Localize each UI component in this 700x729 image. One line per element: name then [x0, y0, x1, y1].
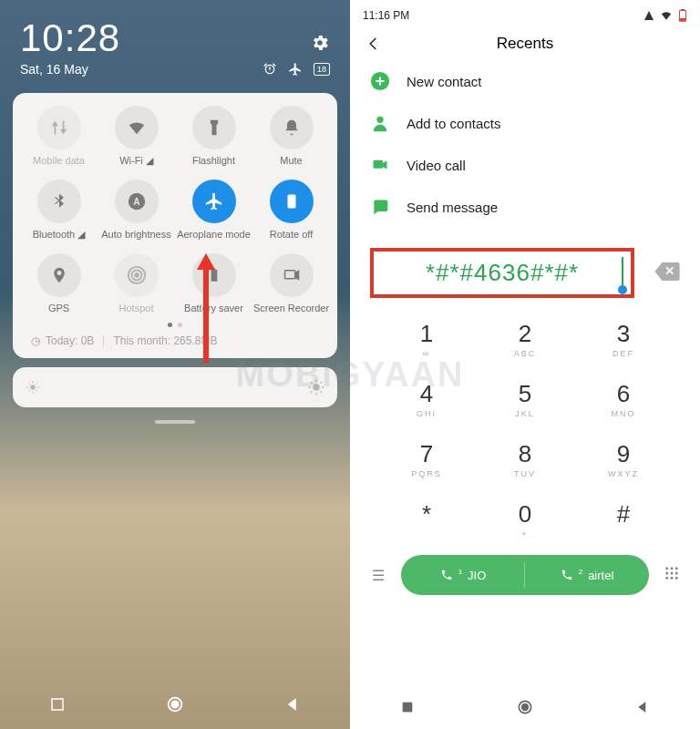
key-letters: GHI [377, 409, 476, 418]
recents-button[interactable] [400, 700, 415, 714]
sim2-index: 2 [579, 568, 582, 576]
menu-item-label: Video call [407, 158, 466, 173]
key-7[interactable]: 7PQRS [377, 433, 476, 486]
key-number: # [574, 500, 673, 529]
svg-point-3 [135, 273, 139, 277]
qs-tile-label: Mute [280, 155, 302, 166]
clock-date: Sat, 16 May [20, 62, 88, 77]
new-contact-icon [370, 71, 390, 91]
rotate-off-icon [270, 180, 314, 223]
qs-tile-bluetooth[interactable]: Bluetooth ◢ [20, 180, 98, 241]
brightness-slider[interactable] [13, 367, 337, 407]
qs-tile-auto-brightness[interactable]: AAuto brightness [98, 180, 175, 241]
quick-settings-card: Mobile dataWi-Fi ◢FlashlightMuteBluetoot… [13, 93, 337, 358]
svg-point-22 [671, 567, 674, 570]
qs-tile-screen-recorder[interactable]: Screen Recorder [252, 253, 330, 313]
dial-input[interactable]: *#*#4636#*#* [370, 248, 634, 298]
qs-tile-label: Flashlight [192, 155, 235, 166]
qs-tile-label: Wi-Fi ◢ [119, 155, 153, 167]
key-number: 7 [377, 440, 476, 468]
gps-icon [37, 253, 81, 297]
key-3[interactable]: 3DEF [574, 313, 673, 365]
wifi-icon [115, 106, 159, 149]
key-letters: JKL [476, 409, 574, 418]
qs-tile-aeroplane-mode[interactable]: Aeroplane mode [175, 180, 252, 241]
phone-icon [561, 569, 573, 581]
svg-point-10 [313, 384, 320, 391]
svg-rect-17 [680, 19, 685, 21]
qs-tile-mute[interactable]: Mute [252, 106, 330, 167]
qs-tile-label: Screen Recorder [253, 303, 329, 313]
key-letters: + [476, 529, 574, 539]
qs-tile-label: GPS [48, 303, 69, 313]
recents-button[interactable] [49, 696, 66, 713]
menu-video-call[interactable]: Video call [350, 144, 700, 186]
svg-point-26 [675, 572, 678, 575]
backspace-button[interactable] [654, 262, 680, 284]
qs-tile-rotate-off[interactable]: Rotate off [252, 180, 330, 241]
key-number: 9 [574, 440, 673, 468]
send-message-icon [370, 197, 390, 217]
call-sim2-button[interactable]: 2 airtel [525, 555, 649, 595]
qs-tile-wifi[interactable]: Wi-Fi ◢ [98, 106, 175, 167]
key-letters: TUV [476, 469, 574, 478]
svg-point-25 [671, 572, 674, 575]
key-number: 3 [574, 320, 673, 348]
key-number: 0 [476, 500, 574, 529]
menu-send-message[interactable]: Send message [350, 186, 700, 228]
qs-tile-gps[interactable]: GPS [20, 253, 98, 313]
menu-item-label: Add to contacts [407, 116, 500, 131]
menu-new-contact[interactable]: New contact [350, 60, 700, 102]
dialpad-toggle-button[interactable] [658, 565, 685, 585]
hotspot-icon [115, 253, 159, 297]
drag-handle[interactable] [155, 420, 195, 424]
home-button[interactable] [165, 694, 185, 714]
battery-icon [678, 9, 687, 22]
key-0[interactable]: 0+ [476, 493, 574, 546]
menu-button[interactable]: ☰ [365, 567, 392, 584]
text-caret [622, 257, 623, 289]
svg-point-29 [675, 577, 678, 580]
svg-point-13 [171, 701, 178, 707]
qs-tile-flashlight[interactable]: Flashlight [175, 106, 252, 167]
gear-icon[interactable] [310, 33, 330, 53]
qs-tile-label: Battery saver [184, 303, 243, 313]
key-1[interactable]: 1∞ [377, 313, 476, 365]
key-6[interactable]: 6MNO [574, 373, 673, 426]
key-2[interactable]: 2ABC [476, 313, 574, 365]
back-button[interactable] [635, 700, 650, 714]
svg-point-24 [665, 572, 668, 575]
video-call-icon [370, 155, 390, 175]
back-button[interactable] [284, 696, 301, 713]
key-*[interactable]: * [377, 493, 476, 546]
status-icons: 18 [262, 62, 330, 77]
call-sim1-button[interactable]: 1 JIO [401, 555, 525, 595]
back-button[interactable] [363, 36, 385, 52]
qs-tile-label: Mobile data [33, 155, 85, 166]
qs-tile-hotspot[interactable]: Hotspot [98, 253, 175, 313]
svg-point-19 [376, 117, 383, 123]
dialer-screenshot: 11:16 PM Recents New contactAdd to conta… [350, 0, 700, 729]
signal-icon [643, 10, 654, 21]
brightness-low-icon [26, 380, 40, 395]
key-number: 5 [476, 380, 574, 408]
key-9[interactable]: 9WXYZ [574, 433, 673, 486]
qs-tile-label: Rotate off [270, 229, 314, 240]
qs-tile-label: Hotspot [119, 303, 154, 313]
svg-point-9 [30, 385, 35, 389]
qs-tile-battery-saver[interactable]: Battery saver [175, 253, 252, 313]
brightness-high-icon [308, 379, 324, 395]
key-4[interactable]: 4GHI [377, 373, 476, 426]
page-title: Recents [385, 35, 665, 53]
bluetooth-icon [37, 180, 81, 223]
wifi-icon [660, 9, 673, 22]
key-#[interactable]: # [574, 493, 673, 546]
qs-tile-mobile-data[interactable]: Mobile data [20, 106, 98, 167]
add-to-contacts-icon [370, 113, 390, 133]
key-5[interactable]: 5JKL [476, 373, 574, 426]
dial-number-text: *#*#4636#*#* [426, 259, 579, 286]
home-button[interactable] [516, 698, 534, 716]
key-8[interactable]: 8TUV [476, 433, 574, 486]
menu-add-to-contacts[interactable]: Add to contacts [350, 102, 700, 144]
alarm-icon [262, 62, 277, 77]
